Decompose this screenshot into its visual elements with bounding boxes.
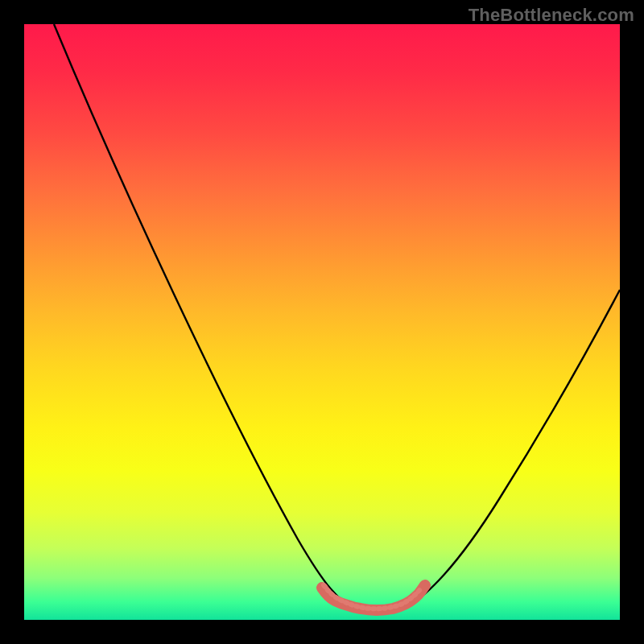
plot-area <box>24 24 620 620</box>
curves-svg <box>24 24 620 620</box>
bottleneck-curve <box>54 24 620 613</box>
watermark-text: TheBottleneck.com <box>469 5 634 26</box>
chart-frame: TheBottleneck.com <box>0 0 644 644</box>
